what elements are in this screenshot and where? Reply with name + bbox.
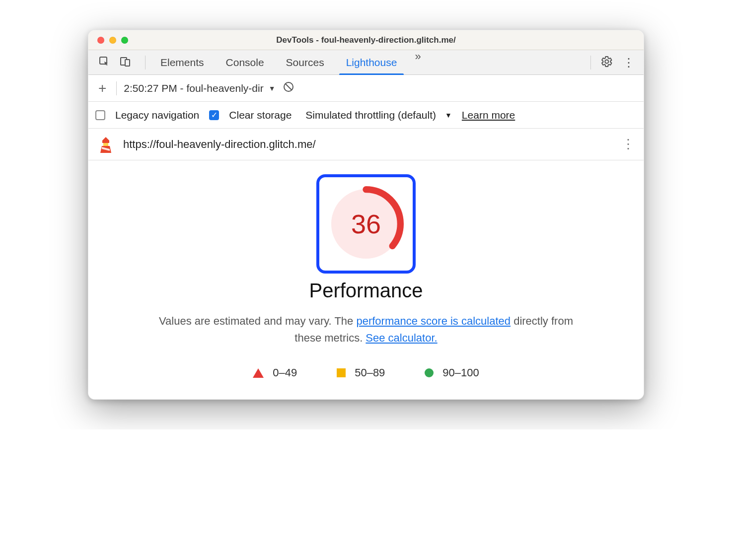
legend-pass: 90–100 [425,366,479,379]
svg-rect-2 [125,60,130,66]
desc-text: Values are estimated and may vary. The [159,315,356,327]
devtools-tabs-row: Elements Console Sources Lighthouse » ⋮ [88,50,644,75]
legend-average-range: 50–89 [355,366,385,379]
audited-url-row: https://foul-heavenly-direction.glitch.m… [88,129,644,160]
divider [145,56,146,70]
score-calculated-link[interactable]: performance score is calculated [356,315,511,327]
circle-icon [425,368,434,377]
audited-url: https://foul-heavenly-direction.glitch.m… [123,138,613,151]
tab-sources[interactable]: Sources [275,50,335,74]
legend-average: 50–89 [337,366,385,379]
square-icon [337,368,346,377]
settings-icon[interactable] [601,56,613,70]
throttling-selector[interactable]: Simulated throttling (default) ▼ [305,109,452,121]
more-menu-icon[interactable]: ⋮ [623,56,635,70]
lighthouse-icon [97,136,114,153]
report-selector[interactable]: 2:50:27 PM - foul-heavenly-dir ▼ [124,82,275,94]
more-tabs-icon[interactable]: » [408,50,428,74]
devtools-window: DevTools - foul-heavenly-direction.glitc… [88,30,644,400]
divider [116,81,117,95]
window-title: DevTools - foul-heavenly-direction.glitc… [88,35,644,45]
performance-gauge-highlight: 36 [316,174,416,274]
zoom-window-button[interactable] [121,37,128,44]
minimize-window-button[interactable] [109,37,116,44]
score-legend: 0–49 50–89 90–100 [98,366,634,379]
report-selector-label: 2:50:27 PM - foul-heavenly-dir [124,82,263,94]
tab-console[interactable]: Console [215,50,275,74]
inspect-element-icon[interactable] [98,56,110,70]
tabs: Elements Console Sources Lighthouse » [149,50,428,74]
device-toolbar-icon[interactable] [119,56,131,70]
performance-gauge[interactable]: 36 [326,184,406,264]
new-report-button[interactable]: + [95,80,109,96]
legacy-navigation-label: Legacy navigation [115,109,199,121]
svg-rect-5 [103,143,108,146]
clear-reports-icon[interactable] [283,81,294,95]
triangle-icon [253,368,264,378]
tab-lighthouse[interactable]: Lighthouse [335,50,408,74]
throttling-label: Simulated throttling (default) [305,109,436,121]
lighthouse-options: Legacy navigation ✓ Clear storage Simula… [88,102,644,129]
close-window-button[interactable] [97,37,104,44]
lighthouse-report: 36 Performance Values are estimated and … [88,160,644,399]
chevron-down-icon: ▼ [445,111,452,119]
chevron-down-icon: ▼ [269,84,276,92]
legend-pass-range: 90–100 [442,366,479,379]
legend-fail: 0–49 [253,366,297,379]
legacy-navigation-checkbox[interactable] [95,110,105,120]
report-menu-icon[interactable]: ⋮ [622,137,635,152]
traffic-lights [88,37,128,44]
clear-storage-checkbox[interactable]: ✓ [209,110,219,120]
performance-description: Values are estimated and may vary. The p… [157,313,575,347]
divider [590,56,591,70]
see-calculator-link[interactable]: See calculator. [366,332,437,344]
tab-elements[interactable]: Elements [149,50,215,74]
performance-score: 36 [326,184,406,264]
lighthouse-toolbar: + 2:50:27 PM - foul-heavenly-dir ▼ [88,75,644,102]
learn-more-link[interactable]: Learn more [462,109,515,121]
titlebar: DevTools - foul-heavenly-direction.glitc… [88,30,644,50]
legend-fail-range: 0–49 [273,366,297,379]
clear-storage-label: Clear storage [229,109,292,121]
svg-line-4 [286,84,292,90]
performance-title: Performance [98,280,634,302]
